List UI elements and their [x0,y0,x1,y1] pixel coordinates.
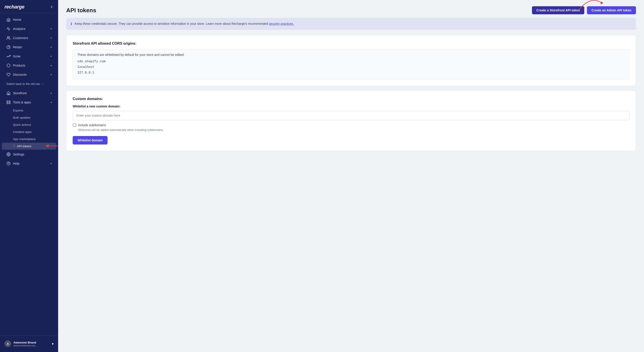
svg-rect-5 [7,103,8,104]
storefront-cors-title: Storefront API allowed CORS origins: [73,41,630,46]
whitelist-label: Whitelist a new custom domain: [73,105,630,108]
whitelisted-domains-box: These domains are whitelisted by default… [73,49,630,80]
sidebar-item-analytics[interactable]: Analytics ▾ [2,24,56,33]
sidebar-item-analytics-label: Analytics [13,27,26,31]
create-storefront-api-token-button[interactable]: Create a Storefront API token [532,6,584,14]
svg-point-1 [8,36,9,38]
chevron-down-icon: ▾ [50,92,52,95]
help-icon [6,161,11,166]
page-header: API tokens Create a Storefront API token… [58,0,644,18]
sidebar-item-settings[interactable]: Settings [2,150,56,159]
sidebar: recharge Home Analytics ▾ [0,0,58,352]
whitelist-description: These domains are whitelisted by default… [77,53,625,56]
sidebar-item-retain-label: Retain [13,45,22,49]
home-icon [6,17,11,22]
settings-icon [6,152,11,157]
main-content-area: API tokens Create a Storefront API token… [58,0,644,352]
create-admin-api-token-button[interactable]: Create an Admin API token [587,6,636,14]
sidebar-item-storefront[interactable]: Storefront ▾ [2,89,56,98]
retain-icon [6,45,11,49]
sidebar-item-customers-label: Customers [13,36,28,40]
svg-rect-6 [9,103,10,104]
sidebar-footer: A Awesome Brand awesomebrand.mys... ▾ [0,335,58,352]
sidebar-item-products[interactable]: Products ▾ [2,61,56,70]
sidebar-item-bulk-updates[interactable]: Bulk updates [2,114,56,121]
security-practices-link[interactable]: security practices. [269,22,294,25]
grow-icon [6,54,11,58]
api-tokens-row: └ API tokens [0,143,58,150]
sidebar-collapse-button[interactable] [49,4,54,10]
app-marketplace-label: App marketplace [13,137,36,141]
sidebar-item-api-tokens[interactable]: └ API tokens [2,143,56,150]
sidebar-item-help[interactable]: Help ▾ [2,159,56,168]
sidebar-item-help-label: Help [13,162,20,165]
user-menu[interactable]: A Awesome Brand awesomebrand.mys... ▾ [2,338,56,349]
api-tokens-label: API tokens [17,145,31,148]
custom-domain-section: Whitelist a new custom domain: Include s… [73,105,630,145]
svg-rect-4 [9,101,10,102]
sidebar-item-customers[interactable]: Customers ▾ [2,33,56,42]
header-action-buttons: Create a Storefront API token Create an … [532,6,636,14]
domain-cdn-shopify: cdn.shopify.com [77,59,625,64]
analytics-icon [6,26,11,31]
sidebar-item-quick-actions[interactable]: Quick actions [2,121,56,128]
info-icon: ℹ [71,22,72,26]
info-banner: ℹ Keep these credentials secure. They ca… [66,18,636,30]
sidebar-item-settings-label: Settings [13,153,24,156]
sidebar-item-tools-label: Tools & apps [13,101,31,104]
sidebar-item-retain[interactable]: Retain ▾ [2,43,56,52]
chevron-down-icon: ▾ [50,55,52,58]
storefront-icon [6,91,11,95]
storefront-cors-card: Storefront API allowed CORS origins: The… [66,35,636,86]
include-subdomains-label: Include subdomains [78,123,106,127]
chevron-down-icon: ▾ [50,64,52,67]
include-subdomains-row: Include subdomains [73,123,630,127]
discounts-icon [6,72,11,77]
wildcard-note: Wildcards will be added automatically wh… [78,128,630,132]
switch-nav-link[interactable]: Switch back to the old nav → [2,80,56,88]
user-name: Awesome Brand [14,341,52,344]
svg-rect-2 [8,93,9,95]
switch-nav-label: Switch back to the old nav → [6,82,44,86]
user-domain: awesomebrand.mys... [14,344,52,347]
custom-domain-input[interactable] [73,111,630,120]
sidebar-item-installed-apps[interactable]: Installed apps [2,128,56,135]
sidebar-item-home-label: Home [13,18,21,21]
sidebar-nav: Home Analytics ▾ Customers ▾ Retain ▾ [0,13,58,335]
info-banner-text: Keep these credentials secure. They can … [75,21,294,26]
chevron-up-icon: ▾ [50,101,52,104]
chevron-down-icon: ▾ [52,342,54,346]
svg-marker-12 [600,1,603,4]
customers-icon [6,36,11,40]
sidebar-item-app-marketplace[interactable]: App marketplace [2,136,56,143]
sidebar-item-tools-apps[interactable]: Tools & apps ▾ [2,98,56,107]
sidebar-item-products-label: Products [13,64,25,67]
svg-rect-3 [7,101,8,102]
sidebar-item-storefront-label: Storefront [13,91,26,95]
main-scrollable-content: ℹ Keep these credentials secure. They ca… [58,18,644,352]
chevron-down-icon: ▾ [50,46,52,49]
custom-domains-card: Custom domains: Whitelist a new custom d… [66,90,636,151]
bulk-updates-label: Bulk updates [13,116,30,119]
sidebar-item-exports[interactable]: Exports [2,107,56,114]
sidebar-item-home[interactable]: Home [2,15,56,24]
exports-label: Exports [13,109,23,112]
sidebar-header: recharge [0,0,58,13]
sidebar-item-discounts[interactable]: Discounts ▾ [2,70,56,79]
page-title: API tokens [66,7,96,14]
avatar: A [4,340,11,347]
chevron-down-icon: ▾ [50,27,52,30]
tools-icon [6,100,11,105]
app-logo: recharge [4,4,24,10]
chevron-down-icon: ▾ [50,73,52,76]
whitelist-domain-button[interactable]: Whitelist domain [73,136,108,145]
user-info: Awesome Brand awesomebrand.mys... [14,341,52,347]
sidebar-item-grow-label: Grow [13,54,20,58]
sidebar-item-discounts-label: Discounts [13,73,26,76]
domain-localhost: localhost [77,64,625,70]
custom-domains-title: Custom domains: [73,97,630,101]
chevron-down-icon: ▾ [50,162,52,165]
domain-127001: 127.0.0.1 [77,70,625,75]
sidebar-item-grow[interactable]: Grow ▾ [2,52,56,61]
include-subdomains-checkbox[interactable] [73,123,76,127]
